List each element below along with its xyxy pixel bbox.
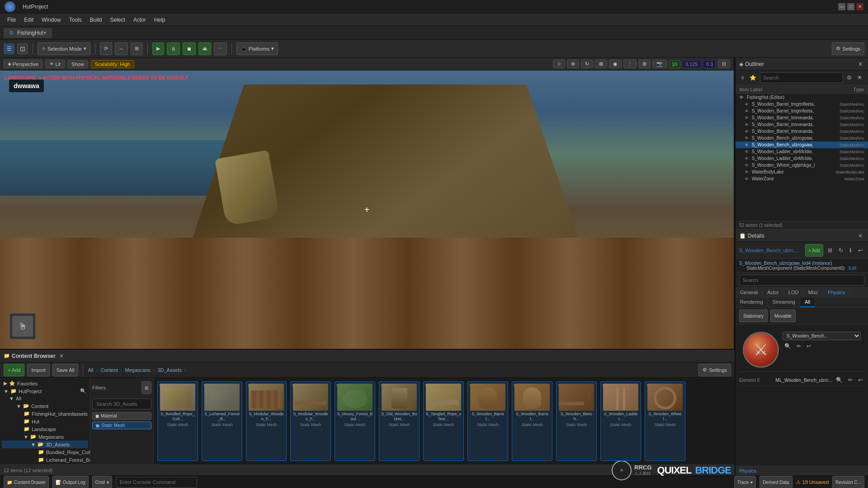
vp-add-btn[interactable]: ⊕ <box>567 60 579 68</box>
tree-landscape[interactable]: 📁 Landscape <box>2 425 88 433</box>
menu-actor[interactable]: Actor <box>130 16 150 24</box>
filters-sort-button[interactable]: ⊞ <box>142 381 151 394</box>
vp-grid-btn[interactable]: ⊞ <box>638 60 651 68</box>
asset-tangled-rope[interactable]: ★ S_Tangled_Rope_vhno... Static Mesh <box>423 381 464 461</box>
translate-button[interactable]: ↔ <box>115 42 128 55</box>
details-close-button[interactable]: ✕ <box>856 232 864 240</box>
minimize-button[interactable]: — <box>838 3 845 10</box>
cb-settings-button[interactable]: ⚙ Settings <box>698 364 731 376</box>
lit-button[interactable]: ☀ Lit <box>45 60 65 68</box>
asset-modular-fence-1[interactable]: ★ S_Modular_Wooden_F... Static Mesh <box>246 381 287 461</box>
vp-layout-btn[interactable]: ⊟ <box>718 60 730 68</box>
stop-button[interactable]: ⏹ <box>183 42 196 55</box>
tree-fishinghut-shared[interactable]: 📁 FishingHut_sharedassets <box>2 410 88 418</box>
perspective-button[interactable]: ◈ Perspective <box>4 60 42 68</box>
outliner-item-wheel[interactable]: 👁 S_Wooden_Wheel_ugljehkga_l StaticMeshA… <box>736 162 868 169</box>
scalability-badge[interactable]: Scalability: High <box>91 60 134 68</box>
tree-lichened-forest[interactable]: 📁 Lichened_Forest_Boulder_... <box>2 456 88 464</box>
details-tab-actor[interactable]: Actor <box>763 288 784 297</box>
content-browser-close[interactable]: ✕ <box>57 352 66 360</box>
editor-tab-fishinghut[interactable]: ⚙ FishingHut+ <box>4 28 52 38</box>
menu-tools[interactable]: Tools <box>66 16 85 24</box>
vp-grid-size[interactable]: 10 <box>669 60 680 68</box>
outliner-item-fishinghut[interactable]: 👁 FishingHut (Editor) <box>736 94 868 101</box>
vp-snap-btn[interactable]: ⋮ <box>623 60 637 68</box>
details-physics-section[interactable]: Physics <box>736 466 868 475</box>
tree-content[interactable]: ▼ 📂 Content <box>2 402 88 410</box>
details-subtab-rendering[interactable]: Rendering <box>736 297 768 307</box>
asset-lichened[interactable]: ★ S_Lichened_Forest_B... Static Mesh <box>202 381 242 461</box>
menu-select[interactable]: Select <box>106 16 128 24</box>
revision-button[interactable]: Revision C... <box>832 476 864 488</box>
platforms-button[interactable]: 📱 Platforms ▾ <box>236 42 278 55</box>
details-info-icon[interactable]: ℹ <box>848 246 854 254</box>
outliner-item-ladder-1[interactable]: 👁 S_Wooden_Ladder_xb4ifcldw, StaticMeshA… <box>736 148 868 155</box>
asset-modular-fence-2[interactable]: ★ S_Modular_Wooden_F... Static Mesh <box>290 381 331 461</box>
maximize-button[interactable]: □ <box>847 3 854 10</box>
details-refresh-icon[interactable]: ↻ <box>837 246 845 254</box>
menu-edit[interactable]: Edit <box>20 16 37 24</box>
details-tab-lod[interactable]: LOD <box>784 288 804 297</box>
outliner-item-barrel-4[interactable]: 👁 S_Wooden_Barrel_tmrveaeda, StaticMeshA… <box>736 121 868 128</box>
asset-wooden-bench[interactable]: ★ S_Wooden_Bench... Static Mesh <box>556 381 597 461</box>
content-drawer-button[interactable]: 📁 Content Drawer <box>4 476 49 488</box>
breadcrumb-all[interactable]: All <box>88 367 93 373</box>
eject-button[interactable]: ⏏ <box>198 42 211 55</box>
details-mesh-undo-icon[interactable]: ↩ <box>805 342 813 350</box>
details-add-button[interactable]: + Add <box>805 244 823 257</box>
details-history-icon[interactable]: ↩ <box>856 246 864 254</box>
tree-bundled-rope[interactable]: 📁 Bundled_Rope_Coil_vhnm... <box>2 448 88 456</box>
outliner-item-barrel-5[interactable]: 👁 S_Wooden_Barrel_tmrveaeda, StaticMeshA… <box>736 128 868 135</box>
cb-save-all-button[interactable]: Save All <box>52 364 79 376</box>
selection-mode-button[interactable]: ⊹ Selection Mode ▾ <box>38 42 90 55</box>
tree-hutproject[interactable]: ▼ 📁 HutProject 🔍 <box>2 387 88 395</box>
vp-cursor-btn[interactable]: ⊹ <box>553 60 565 68</box>
asset-mossy[interactable]: ★ S_Mossy_Forest_Boul... Static Mesh <box>335 381 375 461</box>
outliner-settings-icon[interactable]: ⚙ <box>845 74 854 82</box>
derived-data-button[interactable]: Derived Data <box>760 476 792 488</box>
vp-angle-snap[interactable]: 0.3 <box>703 60 716 68</box>
menu-build[interactable]: Build <box>86 16 106 24</box>
breadcrumb-3dassets[interactable]: 3D_Assets <box>157 367 181 373</box>
toolbar-menu-icon[interactable]: ☰ <box>4 43 14 54</box>
outliner-close-button[interactable]: ✕ <box>856 60 864 68</box>
show-button[interactable]: Show <box>67 60 88 68</box>
tree-3dassets[interactable]: ▼ 📂 3D_Assets <box>2 441 88 448</box>
details-edit-link[interactable]: Edit <box>849 266 856 271</box>
cb-import-button[interactable]: Import <box>27 364 49 376</box>
snap-button[interactable]: ⊞ <box>131 42 143 55</box>
menu-help[interactable]: Help <box>151 16 169 24</box>
details-mesh-dropdown[interactable]: S_Wooden_Bench... <box>783 332 861 340</box>
output-log-button[interactable]: 📝 Output Log <box>52 476 88 488</box>
details-subtab-streaming[interactable]: Streaming <box>768 297 800 307</box>
breadcrumb-content[interactable]: Content <box>100 367 118 373</box>
vp-snap-value[interactable]: 0.125 <box>682 60 701 68</box>
viewport-3d[interactable]: LANDSCAPE: 1 ACTOR WITH PHYSICAL MATERIA… <box>0 70 734 349</box>
filter-static-mesh[interactable]: ▣ Static Mesh <box>92 422 151 429</box>
tree-all[interactable]: ▼ All <box>2 395 88 402</box>
toolbar-bookmark-icon[interactable]: ⊡ <box>17 43 28 54</box>
details-search-input[interactable] <box>739 275 864 286</box>
mobility-movable-button[interactable]: Movable <box>770 310 796 322</box>
details-tab-general[interactable]: General <box>736 288 763 297</box>
outliner-item-ladder-2[interactable]: 👁 S_Wooden_Ladder_xb4ifcldw, StaticMeshA… <box>736 155 868 162</box>
outliner-star-icon[interactable]: ⭐ <box>748 74 758 82</box>
outliner-item-bench-2[interactable]: 👁 S_Wooden_Bench_ulzrcgoaw, StaticMeshAc <box>736 141 868 148</box>
play-button[interactable]: ▶ <box>152 42 164 55</box>
details-grid-icon[interactable]: ⊞ <box>826 246 834 254</box>
cmd-button[interactable]: Cmd ▾ <box>92 476 112 488</box>
details-subtab-all[interactable]: All <box>800 297 815 307</box>
outliner-item-barrel-2[interactable]: 👁 S_Wooden_Barrel_tmgmfeeta, StaticMeshA… <box>736 108 868 114</box>
asset-old-bucket[interactable]: ★ S_Old_Wooden_Bucket... Static Mesh <box>379 381 420 461</box>
asset-bundled-rope[interactable]: ★ S_Bundled_Rope_Coil... Static Mesh <box>157 381 198 461</box>
details-mat-edit-icon[interactable]: ✏ <box>846 376 854 384</box>
trace-button[interactable]: Trace ▾ <box>734 476 756 488</box>
outliner-visibility-icon[interactable]: 👁 <box>855 74 864 82</box>
details-tab-misc[interactable]: Misc <box>803 288 823 297</box>
asset-wooden-wheel[interactable]: ★ S_Wooden_Wheel... Static Mesh <box>645 381 685 461</box>
vp-camera-btn[interactable]: 📷 <box>652 60 667 68</box>
tree-megascans[interactable]: ▼ 📂 Megascans <box>2 433 88 441</box>
search-icon[interactable]: 🔍 <box>80 388 86 394</box>
menu-file[interactable]: File <box>4 16 19 24</box>
vp-scale-btn[interactable]: ⊠ <box>595 60 607 68</box>
